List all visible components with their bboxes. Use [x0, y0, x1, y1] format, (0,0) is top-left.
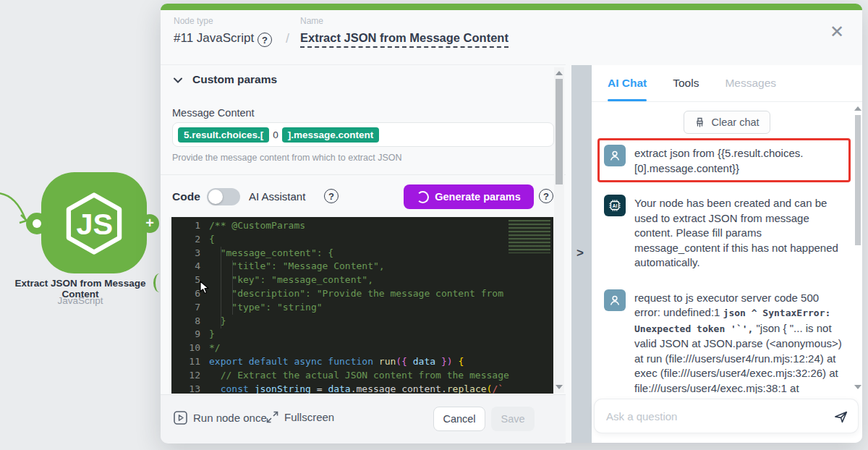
scrollbar-thumb[interactable] [556, 79, 563, 184]
generate-params-button[interactable]: Generate params [404, 184, 534, 209]
indent-guide [232, 260, 233, 315]
save-button[interactable]: Save [491, 407, 535, 431]
ai-chat-panel: AI ChatToolsMessages Clear chat extract … [592, 65, 862, 443]
ai-assistant-help-icon[interactable]: ? [324, 189, 339, 203]
cancel-button[interactable]: Cancel [433, 407, 485, 431]
chevron-down-icon[interactable] [173, 75, 183, 85]
scroll-up-arrow[interactable] [854, 106, 861, 111]
scroll-down-arrow[interactable] [854, 385, 861, 389]
line-number: 2 [171, 233, 200, 247]
run-node-once-button[interactable]: Run node once [174, 411, 267, 425]
variable-token-pill[interactable]: 5.result.choices.[ [178, 127, 269, 143]
line-number: 9 [171, 328, 200, 341]
line-number: 8 [171, 315, 200, 328]
message-text: request to js executor server code 500 e… [634, 289, 844, 394]
line-number: 11 [171, 355, 200, 369]
ai-assistant-label: AI Assistant [249, 190, 305, 203]
line-number: 13 [171, 383, 200, 394]
line-number: 5 [171, 273, 200, 287]
line-number: 10 [171, 341, 200, 355]
nodejs-logo-icon: JS [61, 191, 127, 256]
code-line: } [209, 328, 509, 341]
ask-question-input[interactable] [595, 399, 858, 433]
line-number: 12 [171, 369, 200, 383]
code-line: "key": "message_content", [209, 273, 509, 287]
chat-message: AI Your node has been created and can be… [597, 188, 851, 277]
generate-params-label: Generate params [435, 191, 520, 203]
fullscreen-icon [266, 411, 278, 423]
message-content-field[interactable]: 5.result.choices.[0].message.content [172, 122, 554, 147]
node-type-label: Node type [174, 16, 213, 26]
chat-messages: extract json from {{5.result.choices.[0]… [592, 138, 862, 394]
spinner-icon [417, 191, 429, 203]
line-number-gutter: 12345678910111213 [171, 219, 200, 394]
code-line: // Extract the actual JSON content from … [209, 369, 509, 383]
indent-guide [221, 247, 221, 328]
user-avatar [604, 145, 626, 166]
section-divider [161, 174, 566, 175]
user-icon [608, 293, 622, 307]
code-line: "message_content": { [209, 247, 509, 260]
ai-assistant-toggle[interactable] [207, 188, 240, 205]
code-line: "type": "string" [209, 301, 509, 315]
code-line: } [209, 315, 509, 328]
tab-messages[interactable]: Messages [725, 65, 776, 101]
fullscreen-button[interactable]: Fullscreen [266, 411, 334, 423]
workflow-canvas: JS + Extract JSON from Message Content J… [0, 0, 868, 450]
node-name-value[interactable]: Extract JSON from Message Content [300, 31, 509, 48]
code-editor[interactable]: 12345678910111213 /** @CustomParams{ "me… [171, 217, 553, 394]
close-icon[interactable]: ✕ [830, 23, 844, 41]
node-editor-modal: Node type #11 JavaScript ? / Name Extrac… [161, 4, 862, 443]
breadcrumb-separator: / [286, 31, 289, 46]
code-label: Code [172, 190, 200, 203]
ai-chip-icon: AI [607, 198, 623, 213]
panel-divider[interactable]: > [571, 65, 592, 443]
line-number: 7 [171, 301, 200, 315]
scroll-up-arrow[interactable] [556, 71, 563, 75]
node-canvas-subtitle: JavaScript [1, 295, 159, 306]
token-literal: 0 [273, 130, 278, 140]
field-helper-text: Provide the message content from which t… [172, 153, 402, 163]
play-icon [174, 411, 187, 425]
modal-footer: Run node once Fullscreen Cancel Save [161, 394, 566, 443]
svg-text:AI: AI [613, 203, 618, 208]
generate-params-help-icon[interactable]: ? [539, 189, 553, 203]
tab-ai-chat[interactable]: AI Chat [608, 65, 647, 101]
chat-message: request to js executor server code 500 e… [597, 283, 851, 394]
custom-params-section-title[interactable]: Custom params [192, 73, 277, 86]
form-scrollbar[interactable] [554, 67, 564, 393]
scroll-down-arrow[interactable] [556, 385, 563, 389]
variable-token-pill[interactable]: ].message.content [282, 127, 380, 143]
message-text: extract json from {{5.result.choices.[0]… [634, 145, 844, 176]
javascript-node[interactable]: JS [41, 172, 147, 273]
tab-tools[interactable]: Tools [673, 65, 699, 101]
input-port[interactable] [26, 213, 48, 234]
code-line: { [209, 233, 509, 247]
code-line: /** @CustomParams [209, 219, 509, 233]
collapse-chevron-icon[interactable]: > [576, 246, 584, 260]
line-number: 4 [171, 260, 200, 273]
chat-scrollbar[interactable] [854, 102, 862, 394]
code-line: */ [209, 341, 509, 355]
code-line: export default async function run({ data… [209, 355, 509, 369]
chat-scroll-area: Clear chat extract json from {{5.result.… [592, 102, 862, 394]
node-type-value: #11 JavaScript [174, 31, 254, 46]
modal-accent-bar [161, 4, 862, 10]
send-icon[interactable] [833, 409, 849, 425]
assistant-avatar: AI [604, 195, 626, 216]
add-connection-button[interactable]: + [140, 214, 159, 233]
clear-chat-button[interactable]: Clear chat [684, 111, 770, 134]
scrollbar-thumb[interactable] [855, 115, 861, 245]
toggle-knob [208, 190, 223, 204]
node-type-help-icon[interactable]: ? [258, 33, 272, 47]
code-line: const jsonString = data.message_content.… [209, 383, 509, 394]
fullscreen-label: Fullscreen [284, 411, 334, 423]
user-icon [608, 148, 622, 163]
message-text: Your node has been created and can be us… [634, 195, 844, 271]
code-line: "title": "Message Content", [209, 260, 509, 273]
clear-chat-label: Clear chat [711, 116, 759, 128]
chat-tabs: AI ChatToolsMessages [592, 65, 862, 102]
editor-minimap[interactable] [509, 220, 550, 253]
broom-icon [694, 117, 705, 128]
run-node-once-label: Run node once [193, 412, 267, 424]
